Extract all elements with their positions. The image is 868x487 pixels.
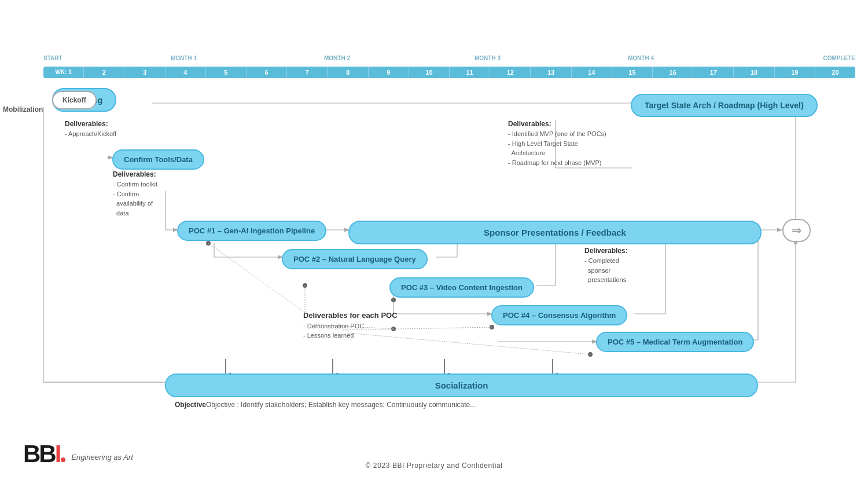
week-4: 4: [165, 67, 206, 78]
poc1-node[interactable]: POC #1 – Gen-AI Ingestion Pipeline: [177, 221, 326, 241]
week-12: 12: [490, 67, 531, 78]
week-3: 3: [124, 67, 165, 78]
svg-point-32: [206, 241, 211, 246]
week-6: 6: [247, 67, 287, 78]
phase-label-month2: MONTH 2: [324, 55, 350, 61]
phase-label-month1: MONTH 1: [171, 55, 197, 61]
week-14: 14: [572, 67, 612, 78]
confirm-tools-node[interactable]: Confirm Tools/Data: [112, 149, 204, 170]
planning-deliverables: Deliverables: - Approach/Kickoff: [65, 119, 116, 139]
kickoff-node: Kickoff: [52, 91, 97, 109]
phase-label-month4: MONTH 4: [628, 55, 654, 61]
week-20: 20: [815, 67, 855, 78]
svg-point-37: [588, 352, 593, 357]
footer-copyright: © 2023 BBI Proprietary and Confidential: [365, 462, 502, 470]
target-state-deliverables: Deliverables: - Identified MVP (one of t…: [508, 119, 606, 167]
bbi-logo-bb: BB: [23, 442, 55, 466]
poc2-node[interactable]: POC #2 – Natural Language Query: [282, 249, 428, 269]
week-16: 16: [653, 67, 693, 78]
week-5: 5: [206, 67, 247, 78]
week-11: 11: [450, 67, 490, 78]
week-19: 19: [775, 67, 815, 78]
socialization-node[interactable]: Socialization: [165, 374, 758, 397]
week-15: 15: [612, 67, 653, 78]
phase-label-month3: MONTH 3: [475, 55, 501, 61]
poc4-node[interactable]: POC #4 – Consensus Algorithm: [491, 305, 627, 325]
week-2: 2: [84, 67, 124, 78]
mobilization-label: Mobilization: [3, 105, 43, 113]
target-state-node[interactable]: Target State Arch / Roadmap (High Level): [631, 94, 818, 117]
week-label: WK: 1: [43, 67, 84, 78]
socialization-objective: ObjectiveObjective : Identify stakeholde…: [175, 400, 476, 410]
footer-tagline: Engineering as Art: [71, 453, 133, 462]
svg-point-36: [490, 325, 494, 329]
next-arrow-node[interactable]: ⇒: [782, 219, 811, 242]
week-9: 9: [369, 67, 409, 78]
bbi-logo-i: I: [55, 442, 60, 466]
poc5-node[interactable]: POC #5 – Medical Term Augmentation: [596, 332, 754, 352]
poc3-node[interactable]: POC #3 – Video Content Ingestion: [389, 277, 534, 298]
planning-group: Planning → Kickoff: [52, 94, 62, 106]
sponsor-node[interactable]: Sponsor Presentations / Feedback: [348, 221, 762, 244]
svg-point-34: [391, 298, 396, 302]
svg-point-33: [303, 283, 307, 288]
confirm-tools-deliverables: Deliverables: - Confirm toolkit - Confir…: [113, 169, 157, 218]
week-bar: WK: 1 2 3 4 5 6 7 8 9 10 11 12 13 14 15 …: [43, 67, 855, 78]
week-8: 8: [328, 67, 368, 78]
footer-logo: BBI Engineering as Art: [23, 442, 133, 473]
week-10: 10: [409, 67, 450, 78]
sponsor-deliverables: Deliverables: - Completed sponsor presen…: [584, 246, 628, 285]
phase-label-complete: COMPLETE: [823, 55, 855, 61]
poc-each-deliverables: Deliverables for each POC - Demonstratio…: [303, 310, 398, 340]
week-13: 13: [531, 67, 571, 78]
bbi-dot: [61, 457, 65, 462]
week-17: 17: [693, 67, 734, 78]
phase-label-start: START: [43, 55, 62, 61]
week-18: 18: [734, 67, 774, 78]
week-7: 7: [287, 67, 328, 78]
